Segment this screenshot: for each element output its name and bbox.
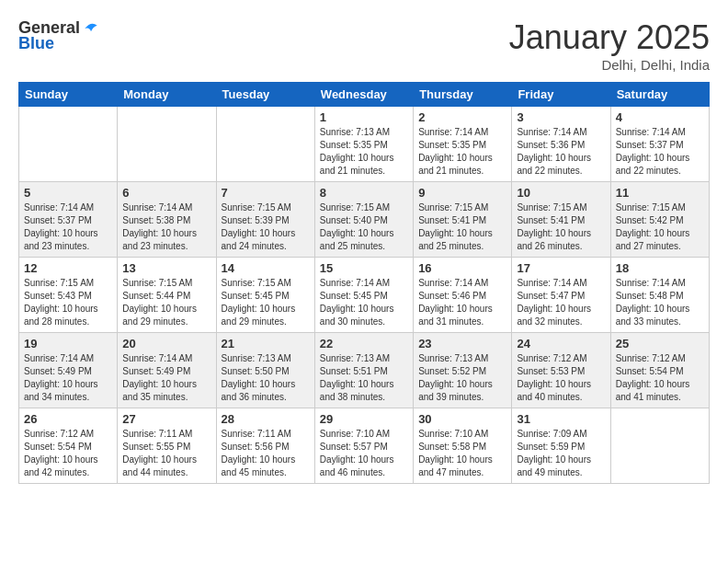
location-subtitle: Delhi, Delhi, India — [509, 57, 710, 73]
day-info: Sunrise: 7:14 AM Sunset: 5:45 PM Dayligh… — [320, 277, 408, 328]
calendar-cell: 20Sunrise: 7:14 AM Sunset: 5:49 PM Dayli… — [118, 333, 216, 408]
day-info: Sunrise: 7:15 AM Sunset: 5:39 PM Dayligh… — [222, 201, 310, 253]
day-number: 1 — [320, 110, 408, 124]
day-info: Sunrise: 7:15 AM Sunset: 5:44 PM Dayligh… — [122, 277, 210, 328]
day-info: Sunrise: 7:09 AM Sunset: 5:59 PM Dayligh… — [517, 428, 605, 479]
calendar-cell — [118, 107, 216, 182]
day-info: Sunrise: 7:10 AM Sunset: 5:58 PM Dayligh… — [418, 428, 506, 479]
header-thursday: Thursday — [414, 83, 512, 107]
header-saturday: Saturday — [610, 83, 709, 107]
day-number: 17 — [517, 261, 605, 275]
day-info: Sunrise: 7:11 AM Sunset: 5:56 PM Dayligh… — [222, 428, 310, 479]
day-number: 31 — [517, 412, 605, 426]
calendar-cell: 5Sunrise: 7:14 AM Sunset: 5:37 PM Daylig… — [19, 182, 118, 258]
calendar-cell: 7Sunrise: 7:15 AM Sunset: 5:39 PM Daylig… — [216, 182, 314, 258]
calendar-cell: 27Sunrise: 7:11 AM Sunset: 5:55 PM Dayli… — [118, 408, 216, 484]
day-info: Sunrise: 7:13 AM Sunset: 5:51 PM Dayligh… — [320, 352, 408, 404]
day-info: Sunrise: 7:12 AM Sunset: 5:54 PM Dayligh… — [616, 352, 704, 404]
calendar-cell — [216, 107, 314, 182]
day-number: 9 — [418, 186, 506, 200]
day-info: Sunrise: 7:14 AM Sunset: 5:47 PM Dayligh… — [517, 277, 605, 328]
calendar-cell: 26Sunrise: 7:12 AM Sunset: 5:54 PM Dayli… — [19, 408, 118, 484]
calendar-cell: 6Sunrise: 7:14 AM Sunset: 5:38 PM Daylig… — [118, 182, 216, 258]
day-number: 2 — [418, 110, 506, 124]
day-info: Sunrise: 7:15 AM Sunset: 5:45 PM Dayligh… — [222, 277, 310, 328]
calendar-week-2: 5Sunrise: 7:14 AM Sunset: 5:37 PM Daylig… — [19, 182, 710, 258]
header-wednesday: Wednesday — [314, 83, 413, 107]
day-number: 8 — [320, 186, 408, 200]
calendar-week-3: 12Sunrise: 7:15 AM Sunset: 5:43 PM Dayli… — [19, 258, 710, 333]
day-number: 29 — [320, 412, 408, 426]
day-info: Sunrise: 7:11 AM Sunset: 5:55 PM Dayligh… — [122, 428, 210, 479]
day-number: 15 — [320, 261, 408, 275]
day-number: 22 — [320, 337, 408, 350]
month-title: January 2025 — [509, 18, 710, 57]
day-number: 14 — [222, 261, 310, 275]
calendar-cell: 22Sunrise: 7:13 AM Sunset: 5:51 PM Dayli… — [314, 333, 413, 408]
day-info: Sunrise: 7:14 AM Sunset: 5:49 PM Dayligh… — [24, 352, 112, 404]
day-info: Sunrise: 7:14 AM Sunset: 5:35 PM Dayligh… — [418, 126, 506, 178]
day-info: Sunrise: 7:15 AM Sunset: 5:42 PM Dayligh… — [616, 201, 704, 253]
title-block: January 2025 Delhi, Delhi, India — [509, 18, 710, 73]
day-number: 30 — [418, 412, 506, 426]
header-sunday: Sunday — [19, 83, 118, 107]
day-info: Sunrise: 7:12 AM Sunset: 5:53 PM Dayligh… — [517, 352, 605, 404]
calendar-cell: 29Sunrise: 7:10 AM Sunset: 5:57 PM Dayli… — [314, 408, 413, 484]
day-info: Sunrise: 7:14 AM Sunset: 5:36 PM Dayligh… — [517, 126, 605, 178]
calendar-week-5: 26Sunrise: 7:12 AM Sunset: 5:54 PM Dayli… — [19, 408, 710, 484]
calendar-cell: 15Sunrise: 7:14 AM Sunset: 5:45 PM Dayli… — [314, 258, 413, 333]
day-info: Sunrise: 7:15 AM Sunset: 5:41 PM Dayligh… — [418, 201, 506, 253]
logo: General Blue — [18, 18, 100, 53]
day-number: 24 — [517, 337, 605, 350]
day-number: 16 — [418, 261, 506, 275]
calendar-cell: 10Sunrise: 7:15 AM Sunset: 5:41 PM Dayli… — [512, 182, 610, 258]
day-number: 20 — [122, 337, 210, 350]
calendar-header-row: SundayMondayTuesdayWednesdayThursdayFrid… — [19, 83, 710, 107]
day-number: 4 — [616, 110, 704, 124]
calendar-cell: 16Sunrise: 7:14 AM Sunset: 5:46 PM Dayli… — [414, 258, 512, 333]
day-info: Sunrise: 7:14 AM Sunset: 5:46 PM Dayligh… — [418, 277, 506, 328]
calendar-cell: 13Sunrise: 7:15 AM Sunset: 5:44 PM Dayli… — [118, 258, 216, 333]
calendar-cell: 18Sunrise: 7:14 AM Sunset: 5:48 PM Dayli… — [610, 258, 709, 333]
calendar-cell: 1Sunrise: 7:13 AM Sunset: 5:35 PM Daylig… — [314, 107, 413, 182]
calendar-cell: 21Sunrise: 7:13 AM Sunset: 5:50 PM Dayli… — [216, 333, 314, 408]
day-number: 28 — [222, 412, 310, 426]
day-info: Sunrise: 7:15 AM Sunset: 5:40 PM Dayligh… — [320, 201, 408, 253]
day-info: Sunrise: 7:14 AM Sunset: 5:38 PM Dayligh… — [122, 201, 210, 253]
day-info: Sunrise: 7:13 AM Sunset: 5:35 PM Dayligh… — [320, 126, 408, 178]
day-number: 6 — [122, 186, 210, 200]
day-info: Sunrise: 7:14 AM Sunset: 5:37 PM Dayligh… — [616, 126, 704, 178]
day-info: Sunrise: 7:12 AM Sunset: 5:54 PM Dayligh… — [24, 428, 112, 479]
day-number: 11 — [616, 186, 704, 200]
page-header: General Blue January 2025 Delhi, Delhi, … — [18, 18, 710, 73]
calendar-cell: 3Sunrise: 7:14 AM Sunset: 5:36 PM Daylig… — [512, 107, 610, 182]
logo-blue-text: Blue — [18, 34, 54, 53]
calendar-cell: 28Sunrise: 7:11 AM Sunset: 5:56 PM Dayli… — [216, 408, 314, 484]
day-info: Sunrise: 7:10 AM Sunset: 5:57 PM Dayligh… — [320, 428, 408, 479]
calendar-cell: 19Sunrise: 7:14 AM Sunset: 5:49 PM Dayli… — [19, 333, 118, 408]
logo-wing-icon — [82, 19, 100, 38]
day-info: Sunrise: 7:14 AM Sunset: 5:49 PM Dayligh… — [122, 352, 210, 404]
day-number: 18 — [616, 261, 704, 275]
calendar-cell: 23Sunrise: 7:13 AM Sunset: 5:52 PM Dayli… — [414, 333, 512, 408]
day-number: 5 — [24, 186, 112, 200]
calendar-cell: 4Sunrise: 7:14 AM Sunset: 5:37 PM Daylig… — [610, 107, 709, 182]
calendar-table: SundayMondayTuesdayWednesdayThursdayFrid… — [18, 82, 710, 484]
calendar-cell: 17Sunrise: 7:14 AM Sunset: 5:47 PM Dayli… — [512, 258, 610, 333]
day-info: Sunrise: 7:15 AM Sunset: 5:43 PM Dayligh… — [24, 277, 112, 328]
header-tuesday: Tuesday — [216, 83, 314, 107]
calendar-cell — [610, 408, 709, 484]
header-friday: Friday — [512, 83, 610, 107]
calendar-week-4: 19Sunrise: 7:14 AM Sunset: 5:49 PM Dayli… — [19, 333, 710, 408]
calendar-week-1: 1Sunrise: 7:13 AM Sunset: 5:35 PM Daylig… — [19, 107, 710, 182]
day-number: 13 — [122, 261, 210, 275]
day-number: 19 — [24, 337, 112, 350]
day-number: 25 — [616, 337, 704, 350]
day-number: 12 — [24, 261, 112, 275]
day-info: Sunrise: 7:14 AM Sunset: 5:37 PM Dayligh… — [24, 201, 112, 253]
day-info: Sunrise: 7:13 AM Sunset: 5:52 PM Dayligh… — [418, 352, 506, 404]
calendar-cell — [19, 107, 118, 182]
day-number: 26 — [24, 412, 112, 426]
calendar-cell: 2Sunrise: 7:14 AM Sunset: 5:35 PM Daylig… — [414, 107, 512, 182]
day-number: 27 — [122, 412, 210, 426]
